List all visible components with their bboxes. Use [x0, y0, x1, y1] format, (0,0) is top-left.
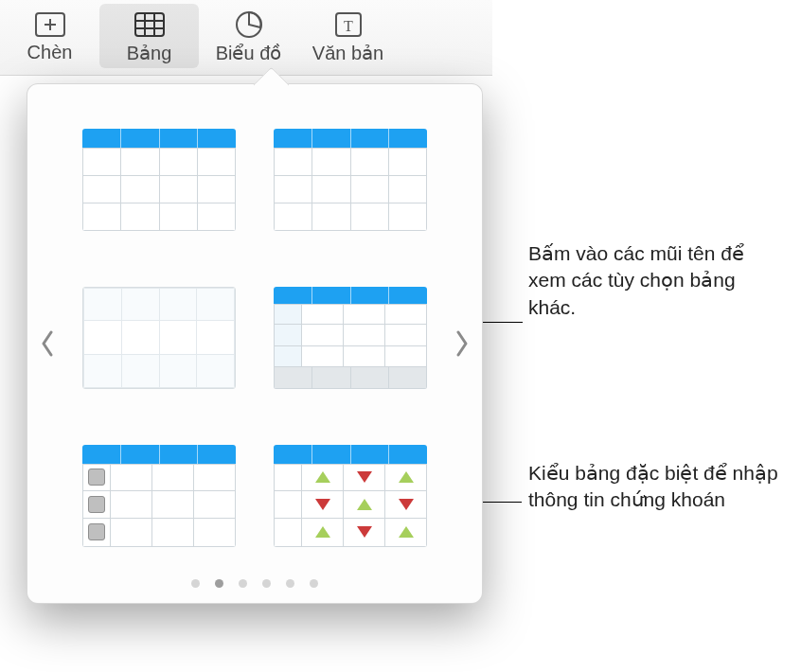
- toolbar-item-insert[interactable]: Chèn: [0, 4, 99, 67]
- triangle-up-icon: [399, 526, 414, 538]
- toolbar: Chèn Bảng Biểu đồ T Văn bản: [0, 0, 492, 76]
- page-dot[interactable]: [286, 579, 294, 588]
- toolbar-label: Biểu đồ: [216, 42, 282, 64]
- toolbar-label: Bảng: [127, 42, 172, 64]
- toolbar-label: Chèn: [27, 42, 73, 63]
- table-styles-grid: [82, 124, 427, 552]
- insert-icon: [31, 8, 69, 42]
- triangle-up-icon: [357, 499, 372, 510]
- toolbar-item-table[interactable]: Bảng: [99, 4, 199, 68]
- table-style-stocks[interactable]: [274, 445, 427, 547]
- checkbox-icon: [88, 496, 105, 513]
- table-style-row-header-footer[interactable]: [274, 287, 427, 389]
- table-styles-popover: [27, 83, 483, 604]
- callout-arrows: Bấm vào các mũi tên để xem các tùy chọn …: [528, 240, 784, 321]
- prev-page-arrow[interactable]: [33, 315, 62, 372]
- page-dot[interactable]: [215, 579, 223, 588]
- text-icon: T: [329, 8, 367, 42]
- triangle-down-icon: [315, 499, 330, 510]
- svg-rect-3: [135, 13, 164, 36]
- callout-text: Kiểu bảng đặc biệt để nhập thông tin chứ…: [528, 462, 778, 510]
- triangle-up-icon: [399, 471, 414, 483]
- next-page-arrow[interactable]: [448, 315, 476, 372]
- triangle-up-icon: [315, 526, 330, 538]
- table-icon: [131, 8, 169, 42]
- triangle-up-icon: [315, 471, 330, 483]
- checkbox-icon: [88, 523, 105, 540]
- callout-text: Bấm vào các mũi tên để xem các tùy chọn …: [528, 242, 744, 318]
- toolbar-item-text[interactable]: T Văn bản: [298, 4, 398, 68]
- chevron-right-icon: [454, 330, 470, 357]
- page-dot[interactable]: [239, 579, 247, 588]
- page-dot[interactable]: [262, 579, 271, 588]
- chart-icon: [230, 8, 268, 42]
- page-dot[interactable]: [191, 579, 200, 588]
- chevron-left-icon: [40, 330, 55, 357]
- checkbox-icon: [88, 469, 105, 486]
- table-style-checkboxes[interactable]: [82, 445, 236, 547]
- triangle-down-icon: [399, 499, 414, 510]
- table-style-plain-no-header[interactable]: [82, 287, 236, 389]
- triangle-down-icon: [357, 471, 372, 483]
- toolbar-label: Văn bản: [312, 42, 383, 64]
- triangle-down-icon: [357, 526, 372, 538]
- table-style-header-only[interactable]: [274, 129, 427, 231]
- toolbar-item-chart[interactable]: Biểu đồ: [199, 4, 298, 68]
- table-style-basic-lines[interactable]: [82, 129, 236, 231]
- svg-text:T: T: [344, 18, 353, 34]
- callout-stocks: Kiểu bảng đặc biệt để nhập thông tin chứ…: [528, 460, 784, 514]
- page-dot[interactable]: [310, 579, 318, 588]
- page-dots: [27, 579, 482, 588]
